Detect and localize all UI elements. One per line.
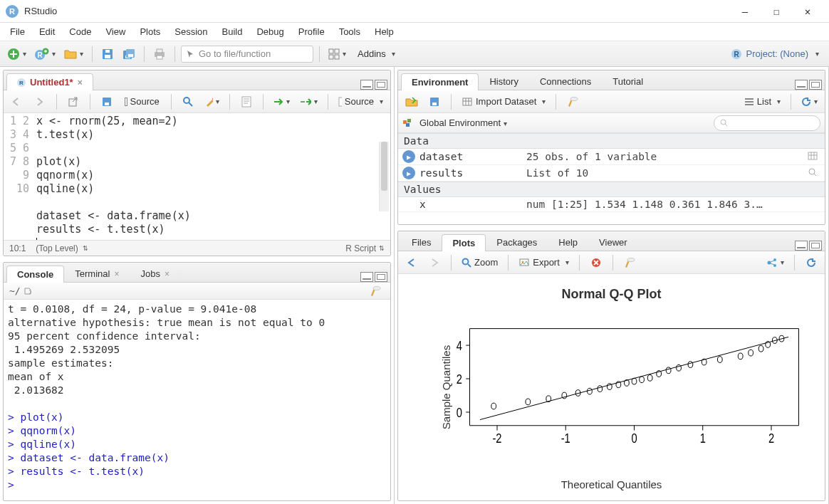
nav-back-button[interactable] (8, 93, 26, 111)
inspect-icon[interactable] (805, 167, 820, 179)
plot-next-button[interactable] (425, 253, 444, 272)
publish-button[interactable] (763, 253, 787, 272)
svg-point-78 (632, 378, 637, 384)
compile-report-button[interactable] (237, 93, 256, 111)
terminal-tab[interactable]: Terminal× (64, 265, 130, 282)
files-tab[interactable]: Files (401, 233, 442, 251)
connections-tab[interactable]: Connections (529, 73, 602, 90)
menu-build[interactable]: Build (215, 25, 250, 38)
remove-plot-button[interactable] (587, 253, 605, 272)
source-dropdown-button[interactable]: Source (335, 93, 387, 111)
menu-debug[interactable]: Debug (249, 25, 291, 38)
menu-help[interactable]: Help (367, 25, 401, 38)
run-button[interactable] (271, 93, 293, 111)
main-toolbar: R Go to file/function Addins R Project: … (0, 41, 829, 67)
window-minimize-button[interactable]: — (729, 0, 761, 23)
load-workspace-button[interactable] (402, 93, 421, 111)
popout-button[interactable] (64, 93, 83, 111)
refresh-env-button[interactable] (798, 93, 820, 111)
source-tab[interactable]: R Untitled1* × (6, 73, 93, 90)
menu-session[interactable]: Session (167, 25, 214, 38)
source-editor[interactable]: 1 2 3 4 5 6 7 8 9 10 x <- rnorm(25, mean… (4, 113, 390, 240)
svg-text:0: 0 (631, 431, 637, 446)
save-button[interactable] (98, 45, 117, 63)
editor-scrollbar[interactable] (379, 142, 389, 211)
language-selector[interactable]: R Script ⇅ (345, 243, 385, 253)
refresh-plot-button[interactable] (802, 253, 820, 272)
pane-minimize-icon[interactable] (360, 272, 373, 282)
console-output[interactable]: t = 0.0108, df = 24, p-value = 9.041e-08… (4, 300, 390, 500)
view-list-button[interactable]: List (741, 93, 783, 111)
menu-view[interactable]: View (98, 25, 132, 38)
svg-text:R: R (37, 51, 43, 59)
new-project-button[interactable]: R (32, 45, 58, 63)
menu-code[interactable]: Code (62, 25, 98, 38)
pane-maximize-icon[interactable] (375, 272, 387, 282)
env-search-input[interactable] (714, 115, 820, 131)
svg-rect-15 (335, 49, 339, 53)
expand-icon[interactable]: ▶ (402, 150, 415, 163)
menu-tools[interactable]: Tools (332, 25, 367, 38)
plot-prev-button[interactable] (402, 253, 421, 272)
close-jobs-icon[interactable]: × (165, 269, 170, 279)
console-tabstrip: Console Terminal× Jobs× (4, 263, 390, 283)
env-row[interactable]: ▶ dataset 25 obs. of 1 variable (398, 149, 825, 165)
pane-maximize-icon[interactable] (809, 80, 822, 90)
svg-rect-34 (463, 98, 471, 105)
plots-tab[interactable]: Plots (442, 234, 486, 251)
new-file-button[interactable] (4, 45, 29, 63)
expand-path-icon[interactable] (24, 287, 33, 295)
clear-all-plots-button[interactable] (620, 253, 639, 272)
print-button[interactable] (150, 45, 169, 63)
code-tools-button[interactable] (202, 93, 222, 111)
source-on-save-checkbox[interactable]: Source (120, 93, 164, 111)
scope-selector[interactable]: (Top Level) ⇅ (36, 243, 88, 253)
expand-icon[interactable]: ▶ (402, 167, 415, 179)
find-button[interactable] (179, 93, 197, 111)
save-all-button[interactable] (120, 45, 138, 63)
pane-minimize-icon[interactable] (795, 241, 808, 251)
window-maximize-button[interactable]: ☐ (761, 0, 792, 23)
tutorial-tab[interactable]: Tutorial (602, 73, 654, 90)
env-row[interactable]: ▶ results List of 10 (398, 165, 825, 182)
project-indicator[interactable]: R Project: (None) (725, 48, 825, 60)
view-data-icon[interactable] (805, 151, 820, 162)
menu-profile[interactable]: Profile (291, 25, 332, 38)
pane-minimize-icon[interactable] (360, 80, 373, 90)
viewer-tab[interactable]: Viewer (588, 233, 638, 251)
rerun-button[interactable] (297, 93, 320, 111)
goto-file-function-input[interactable]: Go to file/function (181, 46, 313, 63)
clear-console-button[interactable] (366, 282, 385, 300)
svg-rect-12 (157, 49, 162, 53)
save-workspace-button[interactable] (425, 93, 444, 111)
environment-tab[interactable]: Environment (401, 73, 479, 90)
export-button[interactable]: Export (516, 253, 572, 272)
pane-maximize-icon[interactable] (375, 80, 387, 90)
save-source-button[interactable] (98, 93, 116, 111)
window-close-button[interactable]: ✕ (792, 0, 823, 23)
grid-view-button[interactable] (325, 45, 349, 63)
pane-minimize-icon[interactable] (795, 80, 808, 90)
pane-maximize-icon[interactable] (809, 241, 822, 251)
import-dataset-button[interactable]: Import Dataset (459, 93, 548, 111)
menu-edit[interactable]: Edit (32, 25, 62, 38)
help-tab[interactable]: Help (548, 233, 588, 251)
env-scope-dropdown[interactable]: Global Environment (419, 117, 507, 128)
packages-tab[interactable]: Packages (486, 233, 548, 251)
clear-workspace-button[interactable] (563, 93, 582, 111)
svg-point-87 (738, 353, 743, 359)
svg-rect-22 (69, 99, 76, 106)
editor-code-area[interactable]: x <- rnorm(25, mean=2) t.test(x) plot(x)… (36, 113, 390, 240)
console-tab[interactable]: Console (6, 266, 64, 283)
open-file-button[interactable] (61, 45, 86, 63)
env-row[interactable]: x num [1:25] 1.534 1.148 0.361 1.846 3.… (398, 197, 825, 212)
zoom-button[interactable]: Zoom (459, 253, 501, 272)
close-terminal-icon[interactable]: × (114, 269, 119, 279)
jobs-tab[interactable]: Jobs× (130, 265, 179, 282)
nav-forward-button[interactable] (31, 93, 49, 111)
history-tab[interactable]: History (479, 73, 528, 90)
menu-file[interactable]: File (3, 25, 32, 38)
addins-dropdown[interactable]: Addins (352, 48, 401, 59)
menu-plots[interactable]: Plots (132, 25, 167, 38)
close-tab-icon[interactable]: × (78, 78, 83, 88)
